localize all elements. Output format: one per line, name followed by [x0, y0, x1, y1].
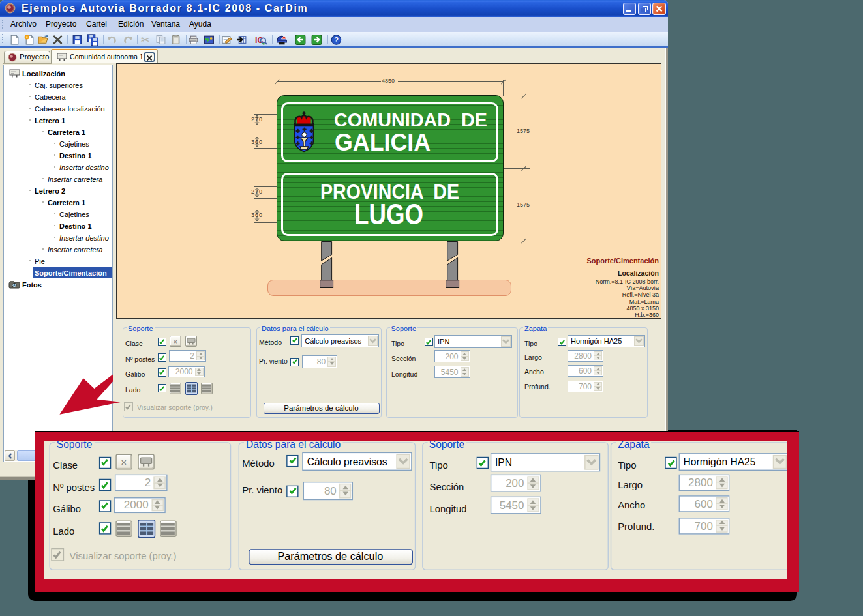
- svg-text:COMUNIDAD DE: COMUNIDAD DE: [334, 110, 487, 130]
- svg-text:LUGO: LUGO: [354, 198, 423, 229]
- svg-text:GALICIA: GALICIA: [335, 129, 431, 156]
- svg-text:?: ?: [334, 36, 339, 44]
- svg-text:✂: ✂: [141, 35, 149, 46]
